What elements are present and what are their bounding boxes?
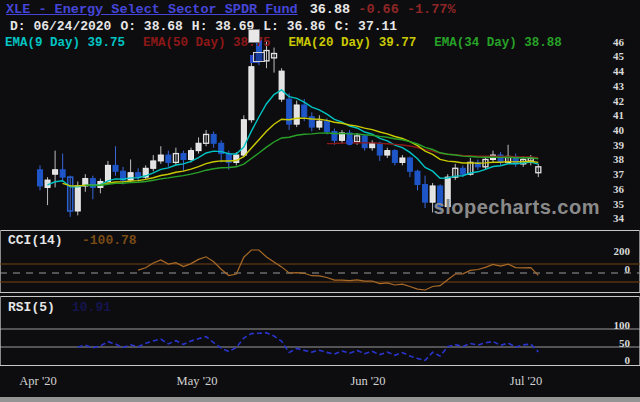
candle-body (370, 143, 375, 147)
candle-body (377, 143, 382, 155)
drag-cursor-artifact (253, 52, 265, 62)
candle-body (113, 165, 118, 171)
price-axis-label: 36 (598, 183, 624, 195)
ohlc-date: D: 06/24/2020 (10, 19, 111, 34)
candle-body (151, 161, 156, 168)
candle-body (324, 121, 329, 131)
candle-body (294, 105, 299, 124)
price-axis-label: 44 (598, 65, 624, 77)
price-axis-label: 39 (598, 139, 624, 151)
ema20-legend-item[interactable]: EMA(20 Day) 39.77 (289, 36, 417, 50)
slopecharts-window: XLE - Energy Select Sector SPDR Fund36.8… (0, 0, 640, 402)
candle-body (128, 173, 133, 180)
ohlc-high: H: 38.69 (192, 19, 254, 34)
ohlc-close: C: 37.11 (335, 19, 397, 34)
candle-body (196, 143, 201, 150)
price-axis-label: 38 (598, 153, 624, 165)
cci-panel-label[interactable]: CCI(14) (8, 233, 63, 248)
candle-body (158, 155, 163, 161)
candle-body (423, 184, 428, 202)
price-axis-label: 46 (598, 36, 624, 48)
watermark: slopecharts.com (434, 196, 600, 219)
month-axis-label: Jun '20 (350, 374, 385, 389)
month-axis-label: Jul '20 (510, 374, 542, 389)
candle-body (385, 151, 390, 155)
candle-body (211, 134, 216, 143)
cci-line (138, 250, 538, 290)
candle-body (105, 165, 110, 181)
rsi-line (78, 333, 539, 361)
candle-body (279, 71, 284, 99)
price-axis-label: 42 (598, 95, 624, 107)
candle-body (166, 155, 171, 162)
rsi-axis-label: 0 (604, 354, 630, 366)
price-axis-label: 45 (598, 50, 624, 62)
price-axis-label: 35 (598, 198, 624, 210)
last-price: 36.88 (310, 2, 351, 17)
ema34-legend-item[interactable]: EMA(34 Day) 38.88 (434, 36, 562, 50)
rsi-panel-label[interactable]: RSI(5) (8, 300, 55, 315)
signal-dot (346, 138, 353, 145)
ema-legend: EMA(9 Day) 39.75EMA(50 Day) 38.75EMA(20 … (5, 36, 580, 50)
rsi-axis-label: 100 (604, 319, 630, 331)
candle-body (415, 171, 420, 184)
candle-body (302, 105, 307, 117)
rsi-value: 10.91 (72, 300, 111, 315)
ohlc-low: L: 36.86 (263, 19, 325, 34)
ohlc-readout: D: 06/24/2020O: 38.68H: 38.69L: 36.86C: … (10, 19, 406, 34)
candle-body (317, 121, 322, 127)
candle-body (241, 120, 246, 155)
candle-body (460, 168, 465, 174)
price-axis-label: 34 (598, 212, 624, 224)
cci-axis-label: 0 (604, 263, 630, 275)
candle-body (75, 186, 80, 211)
candle-body (181, 154, 186, 160)
price-axis-label: 37 (598, 168, 624, 180)
cci-axis-label: 200 (604, 245, 630, 257)
price-axis-label: 40 (598, 124, 624, 136)
candle-body (407, 158, 412, 171)
candle-body (60, 170, 65, 177)
candle-body (362, 136, 367, 148)
cci-value: -100.78 (82, 233, 137, 248)
ema-line-20 (63, 118, 539, 186)
candle-body (53, 170, 58, 174)
candle-body (136, 173, 141, 177)
mouse-cursor-artifact (248, 29, 260, 43)
window-bottom-bar (0, 397, 640, 402)
candle-body (249, 67, 254, 120)
candle-body (189, 151, 194, 160)
price-axis-label: 41 (598, 109, 624, 121)
ema9-legend-item[interactable]: EMA(9 Day) 39.75 (5, 36, 125, 50)
title-row: XLE - Energy Select Sector SPDR Fund36.8… (6, 2, 456, 17)
candle-body (392, 151, 397, 163)
candle-body (38, 170, 43, 186)
price-change-pct: -1.77% (407, 2, 456, 17)
rsi-axis-label: 50 (604, 337, 630, 349)
price-axis-label: 43 (598, 80, 624, 92)
price-change: -0.66 (358, 2, 399, 17)
ohlc-open: O: 38.68 (120, 19, 182, 34)
candle-body (400, 158, 405, 162)
month-axis-label: Apr '20 (19, 374, 56, 389)
symbol-title-link[interactable]: XLE - Energy Select Sector SPDR Fund (6, 2, 298, 17)
month-axis-label: May '20 (177, 374, 218, 389)
